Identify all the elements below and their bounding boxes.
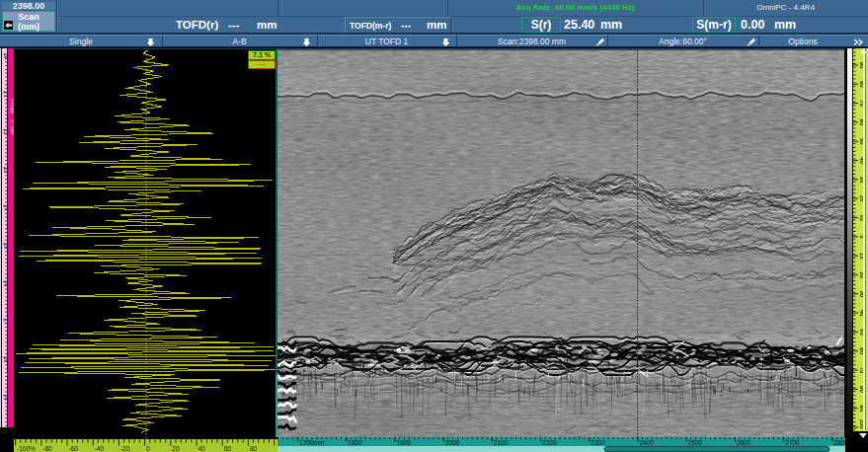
svg-text:2100: 2100 [494, 439, 509, 446]
svg-text:2200: 2200 [542, 439, 557, 446]
svg-text:2400: 2400 [640, 439, 655, 446]
svg-text:-40: -40 [95, 445, 105, 452]
svg-text:28: 28 [3, 356, 9, 362]
svg-text:-100%: -100% [17, 445, 36, 452]
svg-text:25: 25 [3, 243, 9, 249]
svg-text:60: 60 [224, 445, 232, 452]
svg-text:26: 26 [3, 280, 9, 286]
svg-text:21: 21 [3, 91, 9, 97]
svg-text:20: 20 [3, 53, 9, 59]
svg-text:1900: 1900 [397, 439, 412, 446]
svg-text:2700: 2700 [785, 439, 800, 446]
svg-text:-60: -60 [69, 445, 79, 452]
svg-text:-80: -80 [42, 445, 52, 452]
svg-text:2300: 2300 [591, 439, 605, 446]
svg-text:2500: 2500 [688, 439, 703, 446]
svg-text:0: 0 [146, 445, 150, 452]
svg-text:2800: 2800 [833, 439, 845, 446]
svg-text:2000: 2000 [445, 439, 460, 446]
svg-text:27: 27 [3, 319, 9, 325]
svg-text:1800: 1800 [348, 439, 362, 446]
svg-text:40: 40 [198, 445, 206, 452]
svg-text:1700mm: 1700mm [299, 439, 324, 446]
svg-text:24: 24 [3, 205, 9, 211]
svg-text:80: 80 [250, 445, 258, 452]
svg-text:29: 29 [3, 395, 9, 401]
svg-text:2600: 2600 [737, 439, 751, 446]
svg-text:23: 23 [3, 167, 9, 173]
svg-text:22: 22 [3, 129, 9, 135]
svg-text:-20: -20 [120, 445, 130, 452]
svg-text:20: 20 [172, 445, 180, 452]
